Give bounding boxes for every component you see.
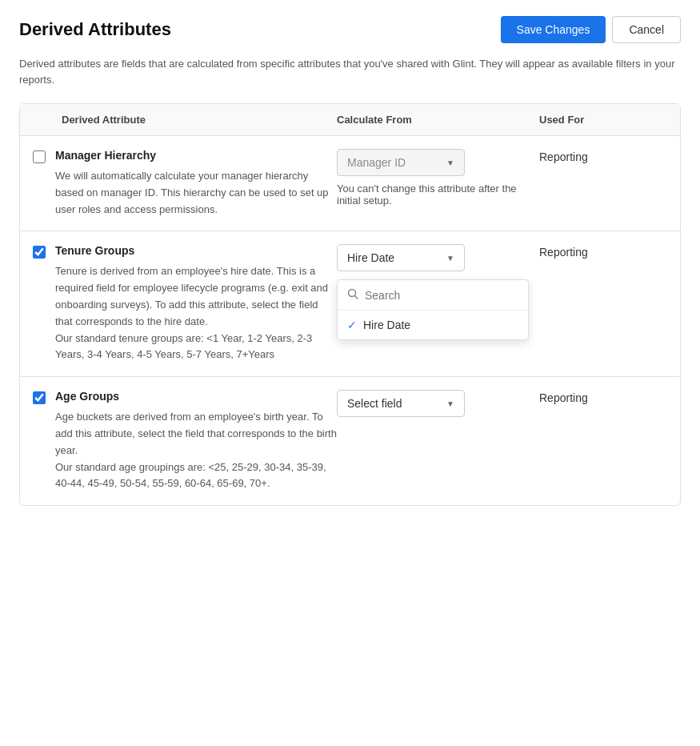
header-derived-attribute: Derived Attribute — [33, 114, 337, 126]
dropdown-item[interactable]: ✓ Hire Date — [338, 311, 528, 339]
hire-date-select[interactable]: Hire Date ▼ — [337, 244, 465, 271]
tenure-groups-content: Tenure Groups Tenure is derived from an … — [55, 244, 337, 363]
age-groups-used-for: Reporting — [539, 390, 667, 404]
table-row: Age Groups Age buckets are derived from … — [20, 377, 680, 505]
age-groups-content: Age Groups Age buckets are derived from … — [55, 390, 337, 492]
manager-hierarchy-desc: We will automatically calculate your man… — [55, 168, 337, 218]
row-left: Tenure Groups Tenure is derived from an … — [33, 244, 337, 363]
save-button[interactable]: Save Changes — [501, 16, 606, 43]
svg-line-1 — [355, 296, 358, 299]
search-icon — [347, 288, 358, 302]
table-header: Derived Attribute Calculate From Used Fo… — [20, 104, 680, 136]
age-groups-calculate: Select field ▼ — [337, 390, 539, 417]
header: Derived Attributes Save Changes Cancel — [19, 16, 681, 43]
dropdown-item-label: Hire Date — [363, 319, 410, 331]
page-title: Derived Attributes — [19, 19, 171, 40]
header-used-for: Used For — [539, 114, 667, 126]
age-groups-title: Age Groups — [55, 390, 337, 403]
age-groups-checkbox[interactable] — [33, 391, 46, 404]
dropdown-search-input[interactable] — [365, 289, 518, 302]
chevron-down-icon: ▼ — [446, 399, 454, 408]
row-left: Manager Hierarchy We will automatically … — [33, 149, 337, 218]
header-actions: Save Changes Cancel — [501, 16, 681, 43]
tenure-groups-checkbox[interactable] — [33, 246, 46, 259]
manager-hierarchy-content: Manager Hierarchy We will automatically … — [55, 149, 337, 218]
age-groups-desc: Age buckets are derived from an employee… — [55, 409, 337, 492]
select-field-label: Select field — [347, 397, 402, 410]
dropdown-search-container — [338, 280, 528, 311]
chevron-down-icon: ▼ — [446, 254, 454, 263]
manager-id-select: Manager ID ▼ — [337, 149, 465, 176]
tenure-groups-desc: Tenure is derived from an employee's hir… — [55, 263, 337, 363]
page-description: Derived attributes are fields that are c… — [19, 56, 681, 87]
manager-hierarchy-used-for: Reporting — [539, 149, 667, 163]
row-left: Age Groups Age buckets are derived from … — [33, 390, 337, 492]
hire-date-label: Hire Date — [347, 251, 394, 264]
chevron-down-icon: ▼ — [446, 158, 454, 167]
cancel-button[interactable]: Cancel — [612, 16, 681, 43]
select-field-button[interactable]: Select field ▼ — [337, 390, 465, 417]
header-calculate-from: Calculate From — [337, 114, 539, 126]
table-row: Tenure Groups Tenure is derived from an … — [20, 231, 680, 377]
derived-attributes-table: Derived Attribute Calculate From Used Fo… — [19, 103, 681, 506]
manager-hierarchy-checkbox[interactable] — [33, 150, 46, 163]
tenure-groups-used-for: Reporting — [539, 244, 667, 259]
manager-hierarchy-title: Manager Hierarchy — [55, 149, 337, 162]
manager-id-label: Manager ID — [347, 156, 406, 169]
tenure-groups-calculate: Hire Date ▼ ✓ — [337, 244, 539, 271]
table-row: Manager Hierarchy We will automatically … — [20, 136, 680, 231]
tenure-groups-title: Tenure Groups — [55, 244, 337, 257]
manager-hierarchy-calculate: Manager ID ▼ You can't change this attri… — [337, 149, 539, 207]
page: Derived Attributes Save Changes Cancel D… — [0, 0, 700, 746]
cant-change-note: You can't change this attribute after th… — [337, 182, 539, 207]
hire-date-dropdown: ✓ Hire Date — [337, 279, 529, 340]
checkmark-icon: ✓ — [347, 319, 357, 331]
